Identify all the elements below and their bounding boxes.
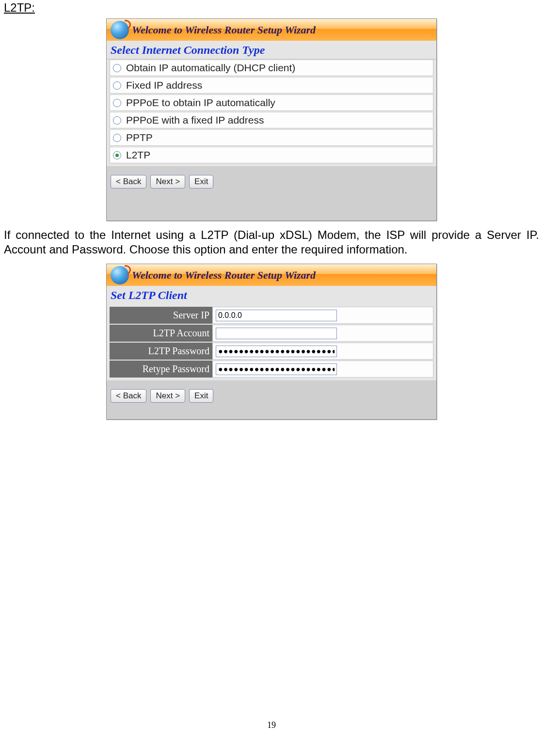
wizard-panel-connection-type: Welcome to Wireless Router Setup Wizard …	[106, 18, 437, 221]
label-l2tp-password: L2TP Password	[110, 343, 212, 360]
globe-icon	[111, 21, 129, 39]
wizard-panel-l2tp-client: Welcome to Wireless Router Setup Wizard …	[106, 264, 437, 420]
row-l2tp-password: L2TP Password	[110, 343, 433, 360]
option-dhcp[interactable]: Obtain IP automatically (DHCP client)	[110, 60, 433, 76]
next-button[interactable]: Next >	[150, 175, 185, 189]
l2tp-password-input[interactable]	[216, 346, 337, 357]
exit-button[interactable]: Exit	[189, 389, 213, 403]
input-wrap	[212, 343, 433, 360]
wizard-header: Welcome to Wireless Router Setup Wizard	[107, 264, 436, 286]
option-label: Fixed IP address	[126, 79, 202, 91]
input-wrap	[212, 307, 433, 324]
radio-icon[interactable]	[113, 134, 121, 142]
option-pppoe-fixed[interactable]: PPPoE with a fixed IP address	[110, 112, 433, 128]
input-wrap	[212, 361, 433, 378]
label-retype-password: Retype Password	[110, 361, 212, 378]
button-row: < Back Next > Exit	[107, 380, 436, 406]
wizard-title: Welcome to Wireless Router Setup Wizard	[132, 269, 316, 282]
server-ip-input[interactable]	[216, 310, 337, 321]
radio-icon[interactable]	[113, 151, 121, 159]
panel-subheader: Set L2TP Client	[107, 286, 436, 304]
row-l2tp-account: L2TP Account	[110, 325, 433, 342]
body-paragraph: If connected to the Internet using a L2T…	[4, 228, 539, 257]
option-pptp[interactable]: PPTP	[110, 129, 433, 146]
row-server-ip: Server IP	[110, 307, 433, 324]
back-button[interactable]: < Back	[111, 175, 146, 189]
section-heading: L2TP:	[4, 1, 539, 15]
label-server-ip: Server IP	[110, 307, 212, 324]
globe-icon	[111, 266, 129, 284]
back-button[interactable]: < Back	[111, 389, 146, 403]
radio-icon[interactable]	[113, 116, 121, 125]
wizard-header: Welcome to Wireless Router Setup Wizard	[107, 19, 436, 41]
row-retype-password: Retype Password	[110, 361, 433, 378]
option-label: PPPoE with a fixed IP address	[126, 114, 264, 126]
option-label: Obtain IP automatically (DHCP client)	[126, 62, 295, 74]
exit-button[interactable]: Exit	[189, 175, 213, 189]
button-row: < Back Next > Exit	[107, 166, 436, 191]
label-l2tp-account: L2TP Account	[110, 325, 212, 342]
option-l2tp[interactable]: L2TP	[110, 147, 433, 163]
retype-password-input[interactable]	[216, 363, 337, 375]
l2tp-account-input[interactable]	[216, 328, 337, 339]
option-label: PPPoE to obtain IP automatically	[126, 97, 275, 109]
options-list: Obtain IP automatically (DHCP client) Fi…	[107, 60, 436, 166]
option-label: L2TP	[126, 149, 150, 161]
page-number: 19	[4, 720, 539, 730]
radio-icon[interactable]	[113, 64, 121, 72]
option-label: PPTP	[126, 132, 153, 143]
radio-icon[interactable]	[113, 99, 121, 107]
panel-subheader: Select Internet Connection Type	[107, 41, 436, 59]
next-button[interactable]: Next >	[150, 389, 185, 403]
option-pppoe-auto[interactable]: PPPoE to obtain IP automatically	[110, 94, 433, 111]
form-table: Server IP L2TP Account L2TP Password Ret…	[107, 304, 436, 380]
wizard-title: Welcome to Wireless Router Setup Wizard	[132, 24, 316, 36]
option-fixed-ip[interactable]: Fixed IP address	[110, 77, 433, 94]
input-wrap	[212, 325, 433, 342]
radio-icon[interactable]	[113, 81, 121, 90]
